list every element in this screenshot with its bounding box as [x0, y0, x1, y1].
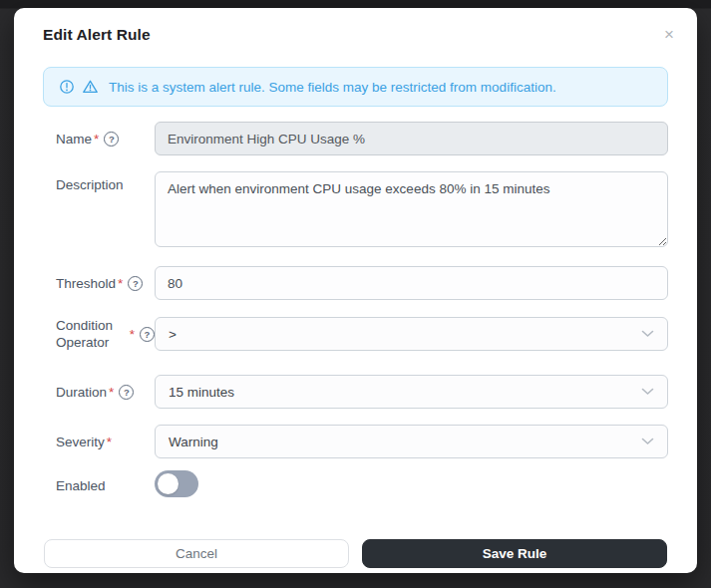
condition-operator-label: Condition Operator* ? — [43, 317, 155, 351]
duration-label: Duration* ? — [43, 384, 155, 401]
condition-operator-value: > — [169, 327, 177, 342]
description-textarea[interactable]: Alert when environment CPU usage exceeds… — [155, 171, 668, 247]
duration-value: 15 minutes — [169, 385, 234, 400]
condition-operator-field-row: Condition Operator* ? > — [43, 317, 668, 351]
system-rule-info-banner: This is a system alert rule. Some fields… — [43, 67, 668, 107]
enabled-toggle[interactable] — [155, 470, 198, 497]
cancel-button[interactable]: Cancel — [44, 539, 349, 568]
description-field-row: Description Alert when environment CPU u… — [43, 171, 668, 251]
close-icon[interactable]: × — [664, 28, 674, 42]
duration-select[interactable]: 15 minutes — [155, 375, 668, 409]
chevron-down-icon — [641, 330, 654, 338]
save-rule-button[interactable]: Save Rule — [362, 539, 667, 568]
name-field-row: Name* ? — [43, 122, 668, 155]
chevron-down-icon — [641, 438, 654, 445]
name-label: Name* ? — [43, 131, 155, 147]
threshold-label: Threshold* ? — [43, 275, 155, 292]
required-asterisk: * — [94, 131, 99, 147]
required-asterisk: * — [118, 275, 123, 292]
enabled-field-row: Enabled — [43, 470, 668, 501]
required-asterisk: * — [107, 434, 112, 450]
condition-operator-select[interactable]: > — [155, 317, 668, 351]
severity-value: Warning — [169, 435, 218, 449]
modal-footer: Cancel Save Rule — [43, 539, 668, 568]
severity-label: Severity* — [43, 434, 155, 450]
help-icon[interactable]: ? — [104, 132, 119, 147]
toggle-knob — [158, 473, 178, 494]
edit-alert-rule-modal: Edit Alert Rule × This is a system alert… — [14, 8, 697, 573]
warning-triangle-icon — [82, 79, 99, 95]
chevron-down-icon — [641, 388, 654, 396]
help-icon[interactable]: ? — [140, 327, 155, 342]
modal-title: Edit Alert Rule — [43, 26, 151, 44]
required-asterisk: * — [130, 326, 135, 343]
required-asterisk: * — [109, 384, 114, 401]
severity-field-row: Severity* Warning — [43, 425, 668, 458]
description-label: Description — [43, 171, 155, 193]
enabled-label: Enabled — [43, 477, 155, 494]
help-icon[interactable]: ? — [119, 385, 134, 400]
banner-text: This is a system alert rule. Some fields… — [109, 80, 556, 95]
threshold-field-row: Threshold* ? — [43, 266, 668, 300]
severity-select[interactable]: Warning — [155, 425, 668, 458]
info-circle-icon — [59, 79, 75, 95]
duration-field-row: Duration* ? 15 minutes — [43, 375, 668, 409]
name-input — [155, 122, 668, 155]
help-icon[interactable]: ? — [128, 276, 143, 291]
modal-header: Edit Alert Rule × — [43, 26, 668, 47]
threshold-input[interactable] — [155, 266, 668, 300]
